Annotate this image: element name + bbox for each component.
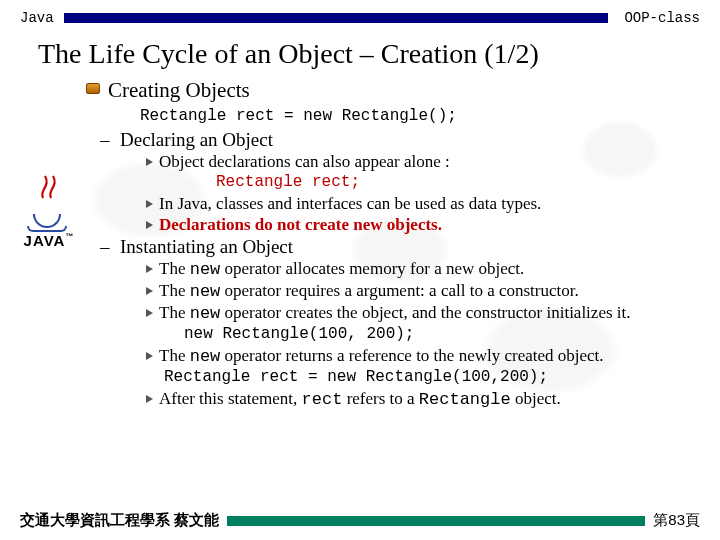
sub1-point2: In Java, classes and interfaces can be u… — [159, 193, 541, 214]
arrow-bullet-icon — [146, 265, 153, 273]
sub2-point3: The new operator creates the object, and… — [159, 302, 631, 324]
section-heading: Creating Objects — [108, 78, 250, 103]
arrow-bullet-icon — [146, 352, 153, 360]
sub2-point4: The new operator returns a reference to … — [159, 345, 604, 367]
java-logo-text: JAVA™ — [20, 232, 78, 249]
arrow-bullet-icon — [146, 287, 153, 295]
page-number: 第83頁 — [653, 511, 700, 530]
sub2-heading: Instantiating an Object — [120, 236, 293, 258]
header: Java OOP-class — [0, 0, 720, 30]
code-declare: Rectangle rect; — [0, 172, 720, 193]
java-cup-icon — [27, 180, 71, 228]
arrow-bullet-icon — [146, 200, 153, 208]
arrow-bullet-icon — [146, 221, 153, 229]
footer: 交通大學資訊工程學系 蔡文能 第83頁 — [0, 511, 720, 530]
header-right-label: OOP-class — [618, 10, 700, 26]
page-title: The Life Cycle of an Object – Creation (… — [0, 30, 720, 76]
dash-bullet: – — [100, 129, 112, 151]
sub1-point3: Declarations do not create new objects. — [159, 214, 442, 235]
sub2-point1: The new operator allocates memory for a … — [159, 258, 524, 280]
sub2-point5: After this statement, rect refers to a R… — [159, 388, 561, 410]
dash-bullet: – — [100, 236, 112, 258]
arrow-bullet-icon — [146, 158, 153, 166]
code-instantiate-1: new Rectangle(100, 200); — [0, 324, 720, 345]
sub2-point2: The new operator requires a argument: a … — [159, 280, 579, 302]
sub1-heading: Declaring an Object — [120, 129, 273, 151]
code-instantiate-2: Rectangle rect = new Rectangle(100,200); — [0, 367, 720, 388]
header-left-label: Java — [20, 10, 54, 26]
bullet-level1-icon — [86, 83, 100, 94]
java-logo: JAVA™ — [20, 180, 78, 249]
arrow-bullet-icon — [146, 395, 153, 403]
steam-icon — [37, 172, 65, 202]
header-divider-bar — [64, 13, 609, 23]
footer-divider-bar — [227, 516, 645, 526]
arrow-bullet-icon — [146, 309, 153, 317]
code-example-main: Rectangle rect = new Rectangle(); — [0, 105, 720, 129]
footer-author: 交通大學資訊工程學系 蔡文能 — [20, 511, 219, 530]
sub1-point1: Object declarations can also appear alon… — [159, 151, 450, 172]
